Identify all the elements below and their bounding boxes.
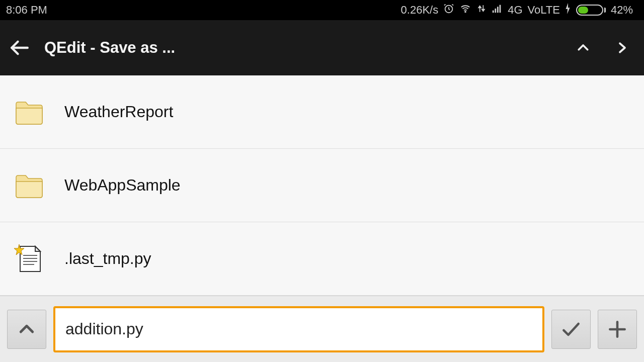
list-item[interactable]: WeatherReport [0,75,644,149]
bottom-bar [0,296,644,362]
app-bar: QEdit - Save as ... [0,20,644,75]
plus-icon [606,318,628,340]
data-transfer-icon [476,3,487,17]
folder-icon [14,172,64,199]
svg-rect-4 [497,7,499,13]
svg-rect-5 [500,5,501,13]
svg-rect-3 [495,9,497,13]
folder-icon [14,99,64,125]
status-network-type: 4G [508,4,522,17]
filename-input[interactable] [53,306,544,352]
signal-icon [492,3,503,17]
svg-rect-2 [493,11,494,13]
add-button[interactable] [598,310,637,349]
chevron-up-icon [17,319,37,339]
list-item[interactable]: .last_tmp.py [0,222,644,296]
collapse-icon[interactable] [564,33,603,62]
up-dir-button[interactable] [7,310,46,349]
status-right-cluster: 0.26K/s 4G VoLTE 42% [401,3,633,17]
charging-icon [565,3,571,17]
list-item-label: .last_tmp.py [64,249,151,268]
file-icon [14,243,64,275]
svg-point-1 [465,12,466,13]
file-list: WeatherReport WebAppSample .last_tmp.py [0,75,644,296]
confirm-button[interactable] [551,310,591,349]
check-icon [560,318,582,340]
list-item-label: WebAppSample [64,176,181,195]
battery-icon [576,5,606,16]
status-volte: VoLTE [528,4,560,17]
app-title: QEdit - Save as ... [44,39,564,57]
alarm-icon [443,3,454,17]
list-item[interactable]: WebAppSample [0,149,644,222]
wifi-icon [459,3,471,17]
status-net-speed: 0.26K/s [401,4,439,17]
status-bar: 8:06 PM 0.26K/s 4G VoLTE [0,0,644,20]
forward-icon[interactable] [603,33,635,62]
status-time: 8:06 PM [6,4,47,17]
list-item-label: WeatherReport [64,103,173,121]
back-icon[interactable] [9,37,30,58]
status-battery-pct: 42% [611,4,633,17]
